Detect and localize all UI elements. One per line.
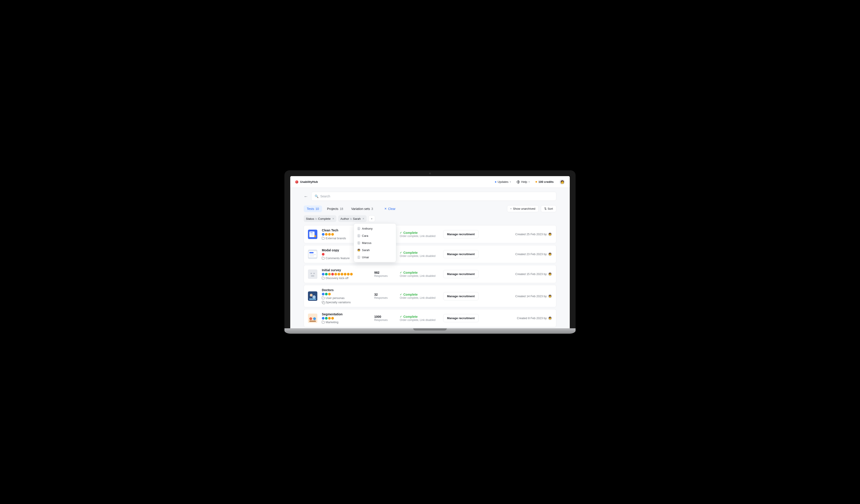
test-type-icon <box>331 273 334 276</box>
tab-projects[interactable]: Projects 18 <box>324 205 346 212</box>
responses-col: 1000 Responses <box>374 315 397 322</box>
nav-updates[interactable]: Updates ▾ <box>495 180 511 183</box>
folder-row: Marketing <box>322 321 371 324</box>
test-type-icon <box>322 273 325 276</box>
test-type-icon <box>328 273 331 276</box>
test-card[interactable]: Segmentation Marketing 1000 Responses ✓ … <box>304 309 556 327</box>
author-option[interactable]: Cara <box>354 232 396 239</box>
author-option[interactable]: 🧑 Sarah <box>354 247 396 254</box>
filter-author-verb: is <box>350 217 352 220</box>
test-card[interactable]: Doctors User personas Specialty variatio… <box>304 285 556 307</box>
test-type-icon <box>331 317 334 320</box>
remove-filter-icon[interactable]: × <box>332 217 334 220</box>
test-type-icon <box>325 233 328 236</box>
created-col: Created 14 Feb 2023 by 🧑 <box>482 294 552 298</box>
show-unarchived-button[interactable]: ▾ Show unarchived <box>507 205 539 212</box>
nav-credits-label: 100 credits <box>539 180 554 183</box>
manage-recruitment-button[interactable]: Manage recruitment <box>443 292 478 300</box>
created-text: Created 25 Feb 2023 by <box>515 233 547 236</box>
svg-rect-21 <box>309 321 316 322</box>
author-option-label: Sarah <box>362 248 370 252</box>
clear-filters[interactable]: ✕ Clear <box>384 207 396 211</box>
author-option-label: Cara <box>362 234 368 237</box>
add-filter-button[interactable]: + <box>369 215 375 222</box>
creator-avatar: 🧑 <box>548 316 552 320</box>
right-controls: ▾ Show unarchived ⇅ Sort <box>507 205 556 212</box>
filter-chip-author[interactable]: Author is Sarah × <box>338 215 367 222</box>
test-type-icon <box>341 273 343 276</box>
test-thumbnail <box>308 292 317 301</box>
created-text: Created 14 Feb 2023 by <box>515 295 547 298</box>
manage-recruitment-button[interactable]: Manage recruitment <box>443 270 478 278</box>
folder-icon <box>322 257 325 260</box>
cta-col: Manage recruitment <box>443 314 479 322</box>
tab-variation-sets-label: Variation sets <box>351 207 370 211</box>
tab-tests-label: Tests <box>307 207 314 211</box>
status-col: ✓ Complete Order complete, Link disabled <box>400 315 440 322</box>
status-sub: Order complete, Link disabled <box>400 235 440 238</box>
test-title: Initial survey <box>322 268 371 272</box>
responses-col: 982 Responses <box>374 271 397 278</box>
check-icon: ✓ <box>400 231 402 234</box>
manage-recruitment-button[interactable]: Manage recruitment <box>443 250 478 258</box>
sort-icon: ⇅ <box>544 207 546 210</box>
author-option[interactable]: Marcus <box>354 239 396 247</box>
nav-help-label: Help <box>521 180 527 183</box>
status-label: Complete <box>403 315 418 318</box>
top-right-nav: Updates ▾ Help ▾ 100 credits 🧑 <box>495 179 565 184</box>
svg-point-20 <box>313 317 316 320</box>
svg-rect-2 <box>311 232 313 233</box>
test-type-icon <box>325 273 328 276</box>
search-input[interactable] <box>320 194 553 198</box>
back-arrow-icon[interactable]: ← <box>304 194 308 199</box>
tab-tests[interactable]: Tests 10 <box>304 205 322 212</box>
test-card[interactable]: Clean Tech External brands ✓ Complete Or… <box>304 225 556 243</box>
status-col: ✓ Complete Order complete, Link disabled <box>400 271 440 278</box>
nav-help[interactable]: Help ▾ <box>517 180 530 183</box>
search-box[interactable]: 🔍 <box>311 192 556 201</box>
svg-rect-3 <box>311 234 314 234</box>
remove-filter-icon[interactable]: × <box>362 217 364 220</box>
creator-avatar: 🧑 <box>548 232 552 236</box>
svg-rect-8 <box>309 254 316 255</box>
creator-avatar: 🧑 <box>548 252 552 256</box>
manage-recruitment-button[interactable]: Manage recruitment <box>443 230 478 238</box>
filter-status-value: Complete <box>318 217 331 220</box>
close-icon: ✕ <box>384 207 387 210</box>
check-icon: ✓ <box>400 251 402 254</box>
author-option[interactable]: Umar <box>354 254 396 261</box>
topbar: UsabilityHub Updates ▾ Help ▾ <box>290 176 570 188</box>
cta-col: Manage recruitment <box>443 270 479 278</box>
cta-col: Manage recruitment <box>443 230 479 238</box>
tab-variation-sets-count: 3 <box>371 207 373 211</box>
responses-count: 1000 <box>374 315 397 318</box>
test-card[interactable]: Modal copy Comments feature ✓ Complete O… <box>304 245 556 263</box>
user-avatar[interactable]: 🧑 <box>559 179 565 184</box>
test-type-icon <box>325 317 328 320</box>
folder-label: Comments feature <box>326 256 349 260</box>
check-icon: ✓ <box>400 315 402 318</box>
variation-icon <box>322 301 325 304</box>
tab-variation-sets[interactable]: Variation sets 3 <box>348 205 376 212</box>
test-icons <box>322 273 355 276</box>
test-type-icon <box>328 317 331 320</box>
tab-projects-label: Projects <box>327 207 339 211</box>
brand[interactable]: UsabilityHub <box>295 180 318 183</box>
test-type-icon <box>344 273 346 276</box>
folder-icon <box>322 237 325 239</box>
brand-logo-icon <box>295 180 298 183</box>
created-text: Created 8 Feb 2023 by <box>517 316 547 320</box>
nav-credits[interactable]: 100 credits <box>535 180 554 183</box>
test-info: Initial survey Discovery kick-off <box>322 268 371 280</box>
filter-chip-status[interactable]: Status is Complete × <box>304 215 336 222</box>
test-title: Doctors <box>322 288 371 292</box>
responses-label: Responses <box>374 318 397 322</box>
test-card[interactable]: Initial survey Discovery kick-off 982 Re… <box>304 265 556 283</box>
sort-button[interactable]: ⇅ Sort <box>541 205 556 212</box>
tab-tests-count: 10 <box>316 207 319 211</box>
filter-status-verb: is <box>315 217 317 220</box>
author-option[interactable]: Anthony <box>354 225 396 232</box>
manage-recruitment-button[interactable]: Manage recruitment <box>443 314 478 322</box>
folder-label: Marketing <box>326 321 339 324</box>
status-sub: Order complete, Link disabled <box>400 275 440 278</box>
